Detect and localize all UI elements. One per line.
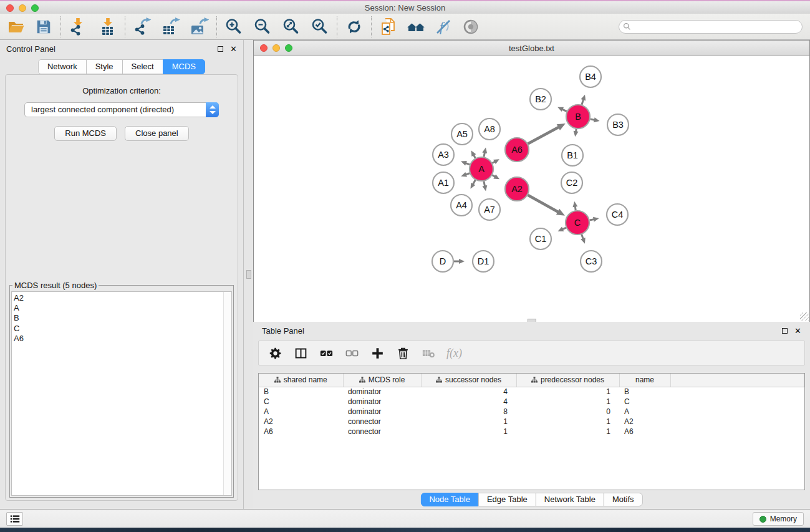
duplicate-network-icon[interactable] xyxy=(378,17,398,37)
graph-edge-A6-B[interactable] xyxy=(528,127,560,143)
tab-edge-table[interactable]: Edge Table xyxy=(478,493,536,506)
mcds-result-item[interactable]: A6 xyxy=(14,334,223,344)
home-pair-icon[interactable] xyxy=(406,17,426,37)
add-column-icon[interactable] xyxy=(370,346,385,360)
graph-node-label-C4: C4 xyxy=(612,210,624,220)
minimize-window-icon[interactable] xyxy=(19,4,26,12)
table-row[interactable]: A6connector11A6 xyxy=(259,427,804,437)
graph-node-label-A: A xyxy=(478,164,485,174)
function-off-icon[interactable]: f xyxy=(433,17,453,37)
close-panel-button[interactable]: Close panel xyxy=(125,126,189,141)
table-row[interactable]: A2connector11A2 xyxy=(259,417,804,427)
delete-column-icon[interactable] xyxy=(395,346,410,360)
column-header-successor-nodes[interactable]: successor nodes xyxy=(421,374,516,387)
table-row[interactable]: Bdominator41B xyxy=(259,387,804,397)
node-table: shared nameMCDS rolesuccessor nodesprede… xyxy=(258,373,805,490)
graph-node-label-A1: A1 xyxy=(438,178,449,188)
tab-style[interactable]: Style xyxy=(86,59,123,74)
main-area: Control Panel NetworkStyleSelectMCDS Opt… xyxy=(0,40,810,509)
network-window: testGlobe.txt B4B2BB3A8A5A6A3B1AA1C2A2A4… xyxy=(253,40,810,322)
close-table-panel-icon[interactable] xyxy=(794,326,801,336)
export-network-icon[interactable] xyxy=(132,17,152,37)
graph-edge-arrowhead xyxy=(594,117,600,122)
window-title: Session: New Session xyxy=(365,3,445,12)
import-table-icon[interactable] xyxy=(98,17,118,37)
select-all-columns-icon[interactable] xyxy=(319,346,334,360)
export-image-icon[interactable] xyxy=(190,17,210,37)
save-icon[interactable] xyxy=(34,17,54,37)
column-header-shared-name[interactable]: shared name xyxy=(259,374,343,387)
zoom-window-icon[interactable] xyxy=(31,4,39,12)
close-window-icon[interactable] xyxy=(6,4,14,12)
show-columns-icon[interactable] xyxy=(293,346,308,360)
traffic-lights xyxy=(6,4,39,12)
deselect-all-columns-icon[interactable] xyxy=(344,346,359,360)
tab-node-table[interactable]: Node Table xyxy=(420,493,479,506)
mcds-result-item[interactable]: B xyxy=(14,313,223,323)
window-titlebar[interactable]: Session: New Session xyxy=(0,0,810,14)
function-builder-icon[interactable]: f(x) xyxy=(446,347,462,360)
tab-network[interactable]: Network xyxy=(38,59,87,74)
zoom-fit-icon[interactable] xyxy=(281,17,301,37)
export-table-icon[interactable] xyxy=(161,17,181,37)
search-icon xyxy=(623,22,631,32)
graph-edge-arrowhead xyxy=(572,201,577,207)
graph-edge-A2-C[interactable] xyxy=(528,195,559,213)
float-panel-icon[interactable] xyxy=(218,46,223,52)
graph-node-label-A5: A5 xyxy=(456,129,468,139)
network-close-icon[interactable] xyxy=(260,44,268,52)
network-window-titlebar[interactable]: testGlobe.txt xyxy=(254,41,809,56)
graph-edge-arrowhead xyxy=(574,131,579,137)
run-mcds-button[interactable]: Run MCDS xyxy=(54,126,117,141)
memory-button[interactable]: Memory xyxy=(753,512,804,526)
result-scrollbar[interactable] xyxy=(223,292,231,495)
node-table-body: Bdominator41BCdominator41CAdominator80AA… xyxy=(259,387,804,437)
zoom-selected-icon[interactable] xyxy=(310,17,330,37)
tab-network-table[interactable]: Network Table xyxy=(536,493,604,506)
tab-select[interactable]: Select xyxy=(122,59,163,74)
zoom-out-icon[interactable] xyxy=(253,17,272,37)
table-panel: Table Panel xyxy=(253,322,810,509)
mcds-result-list: A2ABCA6 xyxy=(12,292,223,495)
table-panel-title: Table Panel xyxy=(262,326,304,336)
splitter-grip[interactable] xyxy=(246,270,251,279)
optimization-criterion-label: Optimization criterion: xyxy=(6,86,238,95)
refresh-icon[interactable] xyxy=(344,17,364,37)
graph-edge-arrowhead xyxy=(581,238,586,244)
mcds-result-box: MCDS result (5 nodes) A2ABCA6 xyxy=(9,281,234,498)
float-table-panel-icon[interactable] xyxy=(782,328,788,334)
delete-table-icon[interactable] xyxy=(421,346,436,360)
mcds-result-item[interactable]: A xyxy=(14,303,223,313)
column-header-name[interactable]: name xyxy=(619,374,670,387)
table-row[interactable]: Cdominator41C xyxy=(259,397,804,407)
criterion-dropdown[interactable]: largest connected component (directed) xyxy=(24,102,219,117)
memory-status-icon xyxy=(759,516,766,523)
desktop-strip xyxy=(0,528,810,532)
dropdown-stepper-icon[interactable] xyxy=(206,102,219,117)
search-input[interactable] xyxy=(619,20,803,34)
graph-node-label-C: C xyxy=(574,218,581,228)
tab-motifs[interactable]: Motifs xyxy=(604,493,643,506)
column-header-predecessor-nodes[interactable]: predecessor nodes xyxy=(516,374,619,387)
resize-grip-icon[interactable] xyxy=(800,312,809,321)
tab-mcds[interactable]: MCDS xyxy=(163,59,205,74)
open-folder-icon[interactable] xyxy=(6,17,26,37)
mcds-result-item[interactable]: C xyxy=(14,324,223,334)
import-network-icon[interactable] xyxy=(68,17,88,37)
vertical-splitter[interactable] xyxy=(244,40,253,509)
settings-gear-icon[interactable] xyxy=(268,346,282,360)
graph-node-label-A4: A4 xyxy=(456,200,467,210)
task-history-button[interactable] xyxy=(6,512,23,526)
network-canvas[interactable]: B4B2BB3A8A5A6A3B1AA1C2A2A4A7C4CC1C3DD1 xyxy=(254,56,809,322)
application-window: Session: New Session xyxy=(0,0,810,532)
close-panel-icon[interactable] xyxy=(230,44,237,54)
zoom-in-icon[interactable] xyxy=(224,17,244,37)
network-zoom-icon[interactable] xyxy=(285,44,292,52)
eye-icon[interactable] xyxy=(461,17,481,37)
control-panel: Control Panel NetworkStyleSelectMCDS Opt… xyxy=(0,40,244,509)
column-header-MCDS-role[interactable]: MCDS role xyxy=(343,374,421,387)
table-row[interactable]: Adominator80A xyxy=(259,407,804,417)
graph-edge-arrowhead xyxy=(482,185,487,191)
network-minimize-icon[interactable] xyxy=(272,44,280,52)
mcds-result-item[interactable]: A2 xyxy=(14,293,223,303)
